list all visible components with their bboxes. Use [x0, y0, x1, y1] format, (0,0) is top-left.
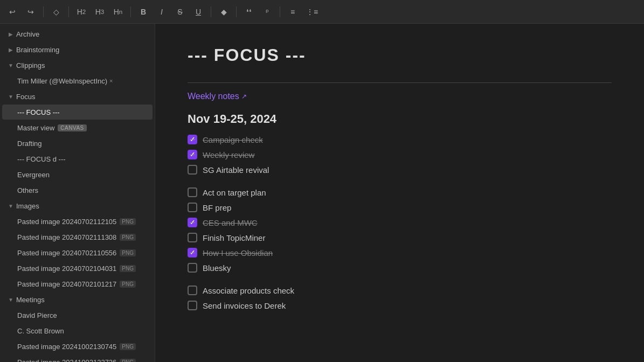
align-button[interactable]: ⋮≡ — [303, 4, 321, 20]
checklist-item-label: Bluesky — [203, 263, 231, 273]
checklist-group-1: Campaign check Weekly review SG Airtable… — [188, 135, 612, 175]
sidebar-item-others[interactable]: Others — [2, 183, 153, 198]
checklist-item-label: How I use Obsidian — [203, 248, 273, 257]
checkbox-bluesky[interactable] — [188, 263, 197, 273]
main-layout: ▶ Archive ▶ Brainstorming ▼ Clippings Ti… — [0, 24, 644, 362]
checkbox-associate-products[interactable] — [188, 286, 197, 295]
chevron-down-icon: ▼ — [6, 92, 15, 101]
checkbox-weekly-review[interactable] — [188, 150, 197, 159]
sidebar-item-img-meet-1[interactable]: Pasted image 20241002130745 PNG — [2, 339, 153, 354]
external-link-icon: ↗ — [241, 93, 247, 100]
sidebar-item-label: Pasted image 20240702101217 — [17, 280, 116, 288]
italic-button[interactable]: I — [154, 4, 170, 20]
checkbox-finish-topicminer[interactable] — [188, 233, 197, 242]
hn-button[interactable]: Hn — [110, 4, 126, 20]
sidebar-item-label: --- FOCUS --- — [17, 108, 60, 116]
document-title: --- FOCUS --- — [188, 45, 612, 65]
png-badge: PNG — [120, 281, 136, 288]
checklist-item: Finish TopicMiner — [188, 233, 612, 242]
checkbox-bf-prep[interactable] — [188, 203, 197, 212]
checkbox-sg-airtable[interactable] — [188, 165, 197, 175]
png-badge: PNG — [120, 218, 136, 225]
checklist-item-label: BF prep — [203, 203, 231, 212]
sidebar-item-focus-note[interactable]: --- FOCUS --- — [2, 105, 153, 120]
sidebar: ▶ Archive ▶ Brainstorming ▼ Clippings Ti… — [0, 24, 155, 362]
checkbox-how-obsidian[interactable] — [188, 248, 197, 257]
sidebar-item-img-3[interactable]: Pasted image 20240702110556 PNG — [2, 245, 153, 260]
checklist-item-label: SG Airtable revival — [203, 165, 269, 175]
checklist-item: How I use Obsidian — [188, 248, 612, 257]
sidebar-item-label: David Pierce — [17, 311, 57, 319]
checkbox-campaign-check[interactable] — [188, 135, 197, 144]
sidebar-item-label: Pasted image 20240702112105 — [17, 218, 116, 226]
sidebar-item-david-pierce[interactable]: David Pierce — [2, 308, 153, 323]
chevron-down-icon: ▼ — [6, 295, 15, 304]
close-icon[interactable]: × — [109, 78, 113, 84]
sidebar-item-drafting[interactable]: Drafting — [2, 136, 153, 151]
checklist-item-label: Send invoices to Derek — [203, 301, 286, 310]
sidebar-item-master-view[interactable]: Master view CANVAS — [2, 120, 153, 135]
sidebar-item-label: Archive — [16, 30, 39, 38]
checkbox-send-invoices[interactable] — [188, 301, 197, 310]
sidebar-item-brainstorming[interactable]: ▶ Brainstorming — [2, 42, 153, 57]
chevron-down-icon: ▼ — [6, 201, 15, 210]
png-badge: PNG — [120, 265, 136, 272]
sidebar-item-img-5[interactable]: Pasted image 20240702101217 PNG — [2, 276, 153, 291]
toolbar-separator-3 — [130, 6, 131, 17]
sidebar-item-label: Pasted image 20240702110556 — [17, 249, 116, 257]
checklist-item-label: Associate products check — [203, 286, 294, 295]
png-badge: PNG — [120, 343, 136, 350]
checklist-group-3: Associate products check Send invoices t… — [188, 286, 612, 310]
sidebar-item-label: Drafting — [17, 140, 42, 148]
highlight-button[interactable]: ◆ — [216, 4, 232, 20]
sidebar-item-images[interactable]: ▼ Images — [2, 198, 153, 213]
sidebar-item-img-2[interactable]: Pasted image 20240702111308 PNG — [2, 229, 153, 245]
strikethrough-button[interactable]: S — [172, 4, 188, 20]
clear-format-button[interactable]: ◇ — [48, 4, 64, 20]
h3-button[interactable]: H3 — [92, 4, 108, 20]
checklist-item: Send invoices to Derek — [188, 301, 612, 310]
sidebar-item-img-4[interactable]: Pasted image 20240702104031 PNG — [2, 261, 153, 276]
canvas-badge: CANVAS — [58, 124, 86, 131]
checklist-item-label: Weekly review — [203, 150, 254, 159]
sidebar-item-clippings[interactable]: ▼ Clippings — [2, 58, 153, 73]
underline-button[interactable]: U — [190, 4, 206, 20]
undo-button[interactable]: ↩ — [4, 4, 20, 20]
bold-button[interactable]: B — [135, 4, 151, 20]
png-badge: PNG — [120, 359, 136, 363]
sidebar-item-label: Tim Miller (@WebInspectInc) — [17, 77, 107, 85]
sidebar-item-label: Master view — [17, 124, 54, 132]
ruby-button[interactable]: ᵖ — [259, 4, 275, 20]
sidebar-item-focus[interactable]: ▼ Focus — [2, 89, 153, 104]
sidebar-item-tim-miller[interactable]: Tim Miller (@WebInspectInc) × — [2, 73, 153, 88]
sidebar-item-img-meet-2[interactable]: Pasted image 20241002122726 PNG — [2, 354, 153, 362]
chevron-right-icon: ▶ — [6, 30, 15, 38]
redo-button[interactable]: ↪ — [23, 4, 39, 20]
chevron-down-icon: ▼ — [6, 61, 15, 69]
weekly-notes-link[interactable]: Weekly notes ↗ — [188, 92, 247, 101]
sidebar-item-meetings[interactable]: ▼ Meetings — [2, 292, 153, 307]
sidebar-item-scott-brown[interactable]: C. Scott Brown — [2, 323, 153, 338]
sidebar-item-label: Pasted image 20241002122726 — [17, 358, 116, 363]
checkbox-act-target[interactable] — [188, 187, 197, 197]
checklist-item: Act on target plan — [188, 187, 612, 197]
sidebar-item-img-1[interactable]: Pasted image 20240702112105 PNG — [2, 214, 153, 229]
toolbar-separator-5 — [236, 6, 237, 17]
sidebar-item-label: Focus — [16, 93, 35, 101]
sidebar-item-label: Brainstorming — [16, 46, 59, 54]
sidebar-item-archive[interactable]: ▶ Archive — [2, 26, 153, 41]
checklist-item: Campaign check — [188, 135, 612, 144]
sidebar-item-evergreen[interactable]: Evergreen — [2, 167, 153, 182]
list-button[interactable]: ≡ — [285, 4, 301, 20]
h2-button[interactable]: H2 — [73, 4, 89, 20]
sidebar-item-label: Clippings — [16, 61, 45, 69]
png-badge: PNG — [120, 249, 136, 256]
quote-button[interactable]: ❛❛ — [241, 4, 257, 20]
date-range: Nov 19-25, 2024 — [188, 112, 612, 126]
checklist-item: Weekly review — [188, 150, 612, 159]
checkbox-ces-mwc[interactable] — [188, 218, 197, 227]
toolbar-separator-4 — [211, 6, 211, 17]
checklist-item-label: Finish TopicMiner — [203, 233, 265, 242]
sidebar-item-focus-d[interactable]: --- FOCUS d --- — [2, 151, 153, 166]
weekly-notes-label: Weekly notes — [188, 92, 239, 101]
